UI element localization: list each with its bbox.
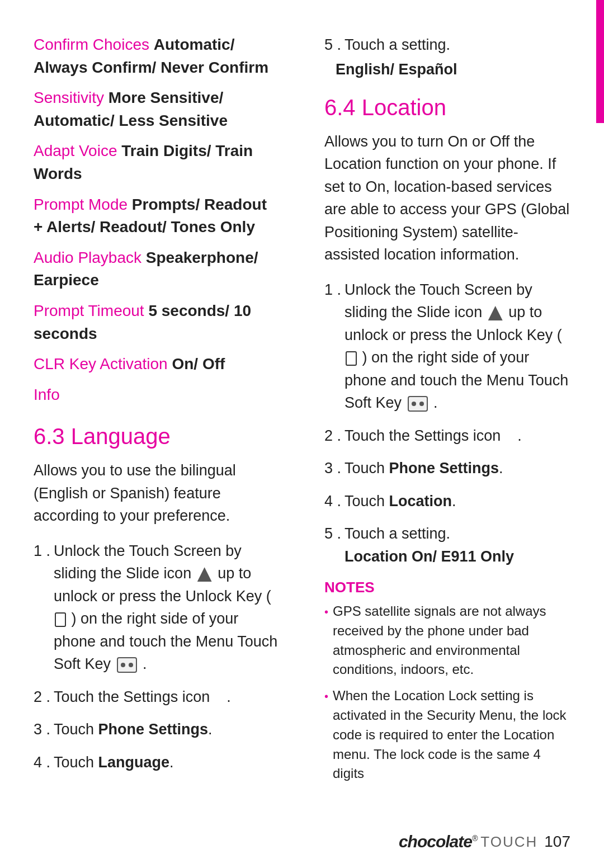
footer-brand: chocolate® <box>399 832 477 851</box>
setting-label: CLR Key Activation <box>34 355 172 372</box>
language-options: English/ Español <box>324 61 570 78</box>
setting-prompt-mode: Prompt Mode Prompts/ Readout + Alerts/ R… <box>34 194 280 239</box>
left-column: Confirm Choices Automatic/ Always Confir… <box>34 34 291 823</box>
note-item-1: • GPS satellite signals are not always r… <box>324 602 570 680</box>
step-64-5: 5 . Touch a setting. Location On/ E911 O… <box>324 522 570 568</box>
step-number: 3 . <box>34 718 54 741</box>
setting-info: Info <box>34 384 280 407</box>
section-64-intro: Allows you to turn On or Off the Locatio… <box>324 130 570 266</box>
setting-label: Prompt Timeout <box>34 302 148 319</box>
setting-adapt-voice: Adapt Voice Train Digits/ Train Words <box>34 140 280 185</box>
setting-values: On/ Off <box>172 355 225 372</box>
step-number: 5 . <box>324 34 345 56</box>
setting-label: Audio Playback <box>34 249 146 266</box>
notes-title: Notes <box>324 579 570 596</box>
step-64-2: 2 . Touch the Settings icon . <box>324 424 570 447</box>
setting-label: Adapt Voice <box>34 142 121 159</box>
note-item-2: • When the Location Lock setting is acti… <box>324 686 570 784</box>
note-bullet: • <box>324 604 328 620</box>
setting-confirm-choices: Confirm Choices Automatic/ Always Confir… <box>34 34 280 79</box>
setting-label: Confirm Choices <box>34 36 154 53</box>
menu-key-icon <box>117 657 137 673</box>
step-lang-5: 5 . Touch a setting. <box>324 34 570 56</box>
step-text: Touch Location. <box>345 490 570 513</box>
section-63-title: 6.3 Language <box>34 424 280 449</box>
step-63-1: 1 . Unlock the Touch Screen by sliding t… <box>34 540 280 676</box>
right-column: 5 . Touch a setting. English/ Español 6.… <box>313 34 570 823</box>
footer: chocolate® TOUCH 107 <box>399 832 570 851</box>
pink-accent-bar <box>596 0 604 123</box>
step-63-3: 3 . Touch Phone Settings. <box>34 718 280 741</box>
setting-sensitivity: Sensitivity More Sensitive/ Automatic/ L… <box>34 87 280 132</box>
step-number: 5 . <box>324 522 345 545</box>
setting-label: Sensitivity <box>34 89 108 106</box>
unlock-key-icon <box>346 351 357 366</box>
setting-label: Info <box>34 386 60 403</box>
setting-prompt-timeout: Prompt Timeout 5 seconds/ 10 seconds <box>34 300 280 345</box>
step-number: 1 . <box>324 279 345 301</box>
step-63-2: 2 . Touch the Settings icon . <box>34 686 280 709</box>
trademark: ® <box>472 834 477 843</box>
step-64-4: 4 . Touch Location. <box>324 490 570 513</box>
step-text: Touch the Settings icon . <box>345 424 570 447</box>
page-content: Confirm Choices Automatic/ Always Confir… <box>0 0 604 868</box>
unlock-key-icon <box>55 612 66 627</box>
step-text: Unlock the Touch Screen by sliding the S… <box>345 279 570 414</box>
notes-list: • GPS satellite signals are not always r… <box>324 602 570 784</box>
step-text: Touch a setting. Location On/ E911 Only <box>345 522 570 568</box>
setting-audio-playback: Audio Playback Speakerphone/ Earpiece <box>34 247 280 292</box>
slide-icon <box>488 306 503 320</box>
step-text: Touch Language. <box>54 751 280 774</box>
footer-model: TOUCH <box>480 833 537 851</box>
step-number: 3 . <box>324 457 345 480</box>
step-number: 4 . <box>34 751 54 774</box>
step-text: Touch a setting. <box>345 34 570 56</box>
note-text: GPS satellite signals are not always rec… <box>333 602 570 680</box>
settings-list: Confirm Choices Automatic/ Always Confir… <box>34 34 280 406</box>
footer-page-number: 107 <box>544 833 570 851</box>
slide-icon <box>197 567 212 582</box>
step-64-3: 3 . Touch Phone Settings. <box>324 457 570 480</box>
step-text: Unlock the Touch Screen by sliding the S… <box>54 540 280 676</box>
note-bullet: • <box>324 688 328 705</box>
menu-key-icon <box>408 396 428 412</box>
note-text: When the Location Lock setting is activa… <box>333 686 570 784</box>
step-number: 1 . <box>34 540 54 563</box>
step-number: 2 . <box>34 686 54 709</box>
section-63-intro: Allows you to use the bilingual (English… <box>34 459 280 527</box>
step-64-1: 1 . Unlock the Touch Screen by sliding t… <box>324 279 570 414</box>
setting-clr-key: CLR Key Activation On/ Off <box>34 353 280 376</box>
section-63-steps: 1 . Unlock the Touch Screen by sliding t… <box>34 540 280 774</box>
section-64-steps: 1 . Unlock the Touch Screen by sliding t… <box>324 279 570 568</box>
setting-label: Prompt Mode <box>34 196 132 213</box>
step-63-4: 4 . Touch Language. <box>34 751 280 774</box>
step-text: Touch the Settings icon . <box>54 686 280 709</box>
step-number: 2 . <box>324 424 345 447</box>
section-64-title: 6.4 Location <box>324 95 570 120</box>
step-number: 4 . <box>324 490 345 513</box>
step-text: Touch Phone Settings. <box>345 457 570 480</box>
step-text: Touch Phone Settings. <box>54 718 280 741</box>
